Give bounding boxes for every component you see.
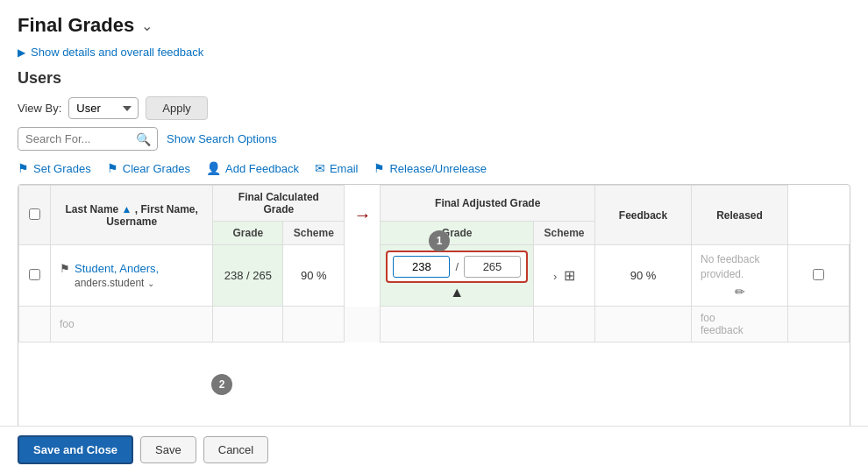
- email-button[interactable]: ✉ Email: [315, 161, 359, 175]
- adj-scheme-subheader: Scheme: [534, 222, 595, 245]
- table-row-partial: foo foofeedback: [19, 307, 850, 342]
- grades-table: Last Name ▲ , First Name, Username Final…: [18, 185, 850, 342]
- adj-scheme-cell: 90 %: [595, 245, 692, 307]
- step1-badge: 1: [429, 230, 450, 251]
- row-checkbox[interactable]: [29, 269, 40, 280]
- apply-button[interactable]: Apply: [146, 96, 208, 120]
- calc-grade-subheader: Grade: [213, 222, 283, 245]
- arrow-separator: →: [345, 186, 381, 245]
- save-and-close-button[interactable]: Save and Close: [18, 435, 133, 464]
- final-adjusted-grade-header: Final Adjusted Grade: [381, 186, 595, 222]
- adj-grade-denom: 265: [464, 256, 521, 278]
- view-by-label: View By:: [18, 102, 61, 115]
- calculator-icon[interactable]: ⊞: [564, 268, 575, 283]
- save-button[interactable]: Save: [140, 436, 196, 463]
- release-icon: ⚑: [374, 161, 385, 175]
- page-title: Final Grades: [18, 14, 134, 37]
- adj-grade-subheader: Grade: [381, 222, 534, 245]
- set-grades-icon: ⚑: [18, 161, 29, 175]
- row-checkbox-cell: [19, 245, 51, 307]
- release-unrelease-button[interactable]: ⚑ Release/Unrelease: [374, 161, 487, 175]
- show-search-options-link[interactable]: Show Search Options: [167, 132, 277, 145]
- student-name-cell: ⚑ Student, Anders, anders.student ⌄: [51, 245, 213, 307]
- select-all-checkbox[interactable]: [29, 208, 40, 220]
- expand-student-icon[interactable]: ⌄: [147, 279, 154, 288]
- users-section-title: Users: [18, 69, 850, 88]
- search-icon: 🔍: [136, 132, 151, 146]
- action-toolbar: ⚑ Set Grades ⚑ Clear Grades 👤 Add Feedba…: [18, 161, 850, 175]
- flag-icon: ⚑: [60, 262, 70, 275]
- edit-feedback-icon[interactable]: ✏: [701, 285, 779, 299]
- clear-grades-icon: ⚑: [107, 161, 118, 175]
- clear-grades-button[interactable]: ⚑ Clear Grades: [107, 161, 190, 175]
- step2-badge: 2: [211, 374, 232, 395]
- calc-scheme-subheader: Scheme: [283, 222, 345, 245]
- adj-grade-input[interactable]: [393, 256, 450, 278]
- big-arrow-icon: →: [353, 205, 371, 224]
- calc-grade-cell: 238 / 265: [213, 245, 283, 307]
- feedback-cell: No feedback provided. ✏: [692, 245, 788, 307]
- show-details-link[interactable]: ▶ Show details and overall feedback: [18, 46, 850, 59]
- adj-grade-cell: / 265 ▲: [381, 245, 534, 307]
- add-feedback-button[interactable]: 👤 Add Feedback: [206, 161, 299, 175]
- released-checkbox[interactable]: [813, 269, 824, 280]
- adj-grade-controls-cell: › ⊞: [534, 245, 595, 307]
- cursor-icon: ▲: [450, 285, 464, 300]
- calc-scheme-cell: 90 %: [283, 245, 345, 307]
- arrow-right-icon: ▶: [18, 46, 25, 59]
- feedback-text: No feedback provided.: [701, 252, 779, 282]
- email-icon: ✉: [315, 161, 325, 175]
- select-all-header: [19, 186, 51, 245]
- released-cell: [788, 245, 850, 307]
- bottom-bar: Save and Close Save Cancel: [0, 426, 868, 473]
- final-calculated-grade-header: Final Calculated Grade: [213, 186, 345, 222]
- student-name-link[interactable]: Student, Anders,: [75, 262, 159, 275]
- arrow-small-icon[interactable]: ›: [553, 270, 557, 283]
- arrow-cell: [345, 245, 381, 307]
- student-username: anders.student ⌄: [75, 277, 159, 289]
- set-grades-button[interactable]: ⚑ Set Grades: [18, 161, 91, 175]
- title-dropdown-icon[interactable]: ⌄: [141, 18, 153, 34]
- view-by-select[interactable]: User: [68, 97, 139, 119]
- table-row: ⚑ Student, Anders, anders.student ⌄ 2: [19, 245, 850, 307]
- cancel-button[interactable]: Cancel: [203, 436, 268, 463]
- name-column-header: Last Name ▲ , First Name, Username: [51, 186, 213, 245]
- released-column-header: Released: [692, 186, 788, 245]
- add-feedback-icon: 👤: [206, 161, 221, 175]
- adj-grade-input-wrapper: / 265: [386, 251, 528, 283]
- feedback-column-header: Feedback: [595, 186, 692, 245]
